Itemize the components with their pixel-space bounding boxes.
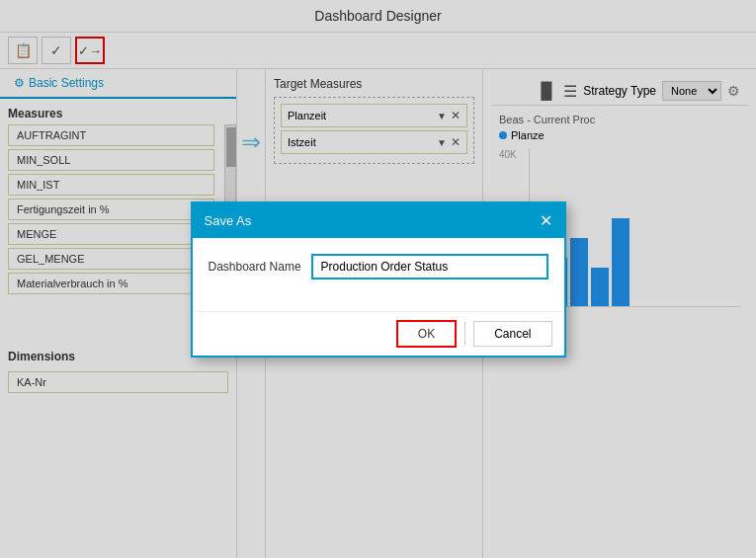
cancel-button[interactable]: Cancel (473, 321, 551, 347)
save-as-dialog: Save As ✕ Dashboard Name OK Cancel (191, 201, 566, 358)
modal-close-button[interactable]: ✕ (540, 211, 552, 230)
dashboard-name-input[interactable] (311, 254, 548, 279)
modal-header: Save As ✕ (193, 203, 564, 238)
modal-footer: OK Cancel (193, 311, 564, 356)
ok-button[interactable]: OK (396, 320, 457, 348)
modal-overlay: Save As ✕ Dashboard Name OK Cancel (0, 0, 756, 558)
dashboard-name-field: Dashboard Name (209, 254, 548, 279)
modal-title: Save As (205, 213, 252, 228)
footer-divider (464, 322, 465, 346)
dashboard-name-label: Dashboard Name (209, 260, 301, 274)
modal-body: Dashboard Name (193, 238, 564, 311)
